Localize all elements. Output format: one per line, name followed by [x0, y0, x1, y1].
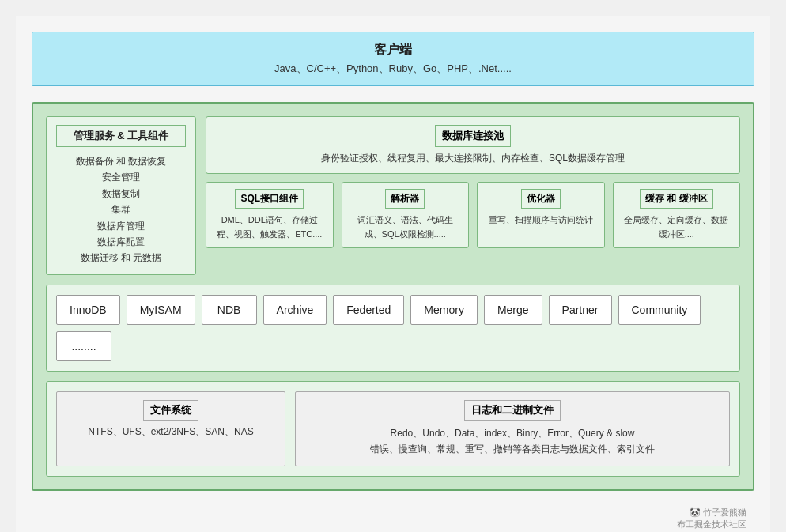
- logs-line1: Redo、Undo、Data、index、Binry、Error、Query &…: [307, 425, 718, 441]
- cache-title: 缓存 和 缓冲区: [640, 189, 713, 209]
- page-wrapper: 客户端 Java、C/C++、Python、Ruby、Go、PHP、.Net..…: [16, 16, 770, 532]
- filesystem-content: NTFS、UFS、ext2/3NFS、SAN、NAS: [68, 425, 274, 439]
- optimizer-title: 优化器: [521, 189, 561, 209]
- client-box: 客户端 Java、C/C++、Python、Ruby、Go、PHP、.Net..…: [32, 32, 754, 86]
- engine-memory: Memory: [410, 295, 478, 325]
- logs-title: 日志和二进制文件: [464, 400, 561, 421]
- watermark-line1: 🐼 竹子爱熊猫: [690, 507, 746, 517]
- filesystem-title: 文件系统: [143, 400, 198, 421]
- parser-content: 词汇语义、语法、代码生成、SQL权限检测.....: [350, 213, 461, 241]
- sql-interface-content: DML、DDL语句、存储过程、视图、触发器、ETC....: [214, 213, 325, 241]
- engine-partner: Partner: [549, 295, 612, 325]
- management-item: 集群: [56, 202, 186, 217]
- right-panel: 数据库连接池 身份验证授权、线程复用、最大连接限制、内存检查、SQL数据缓存管理…: [206, 116, 740, 275]
- management-item: 数据备份 和 数据恢复: [56, 153, 186, 169]
- bottom-section: 文件系统 NTFS、UFS、ext2/3NFS、SAN、NAS 日志和二进制文件…: [46, 381, 740, 477]
- sql-interface-box: SQL接口组件 DML、DDL语句、存储过程、视图、触发器、ETC....: [206, 182, 334, 248]
- management-item: 数据库管理: [56, 218, 186, 234]
- logs-line2: 错误、慢查询、常规、重写、撤销等各类日志与数据文件、索引文件: [307, 441, 718, 457]
- mysql-main-box: 管理服务 & 工具组件 数据备份 和 数据恢复 安全管理 数据复制 集群 数据库…: [32, 102, 754, 491]
- sql-interface-title: SQL接口组件: [235, 189, 304, 209]
- engine-archive: Archive: [263, 295, 327, 325]
- watermark: 🐼 竹子爱熊猫 布工掘金技术社区: [32, 507, 754, 530]
- management-item: 安全管理: [56, 169, 186, 185]
- engine-federted: Federted: [333, 295, 404, 325]
- connection-pool-title: 数据库连接池: [435, 125, 511, 147]
- logs-content: Redo、Undo、Data、index、Binry、Error、Query &…: [307, 425, 718, 458]
- engine-more: ........: [56, 331, 111, 361]
- client-subtitle: Java、C/C++、Python、Ruby、Go、PHP、.Net.....: [48, 62, 738, 76]
- top-section: 管理服务 & 工具组件 数据备份 和 数据恢复 安全管理 数据复制 集群 数据库…: [46, 116, 740, 275]
- watermark-line2: 布工掘金技术社区: [677, 519, 746, 529]
- parsers-row: SQL接口组件 DML、DDL语句、存储过程、视图、触发器、ETC.... 解析…: [206, 182, 740, 248]
- filesystem-box: 文件系统 NTFS、UFS、ext2/3NFS、SAN、NAS: [56, 391, 285, 466]
- cache-box: 缓存 和 缓冲区 全局缓存、定向缓存、数据缓冲区....: [613, 182, 741, 248]
- parser-box: 解析器 词汇语义、语法、代码生成、SQL权限检测.....: [342, 182, 470, 248]
- connection-pool-desc: 身份验证授权、线程复用、最大连接限制、内存检查、SQL数据缓存管理: [216, 152, 730, 165]
- engine-innodb: InnoDB: [56, 295, 120, 325]
- management-item: 数据库配置: [56, 234, 186, 250]
- management-panel: 管理服务 & 工具组件 数据备份 和 数据恢复 安全管理 数据复制 集群 数据库…: [46, 116, 196, 275]
- engine-community: Community: [618, 295, 701, 325]
- optimizer-box: 优化器 重写、扫描顺序与访问统计: [477, 182, 605, 248]
- management-items: 数据备份 和 数据恢复 安全管理 数据复制 集群 数据库管理 数据库配置 数据迁…: [56, 153, 186, 266]
- engine-ndb: NDB: [202, 295, 257, 325]
- parser-title: 解析器: [385, 189, 425, 209]
- connection-pool: 数据库连接池 身份验证授权、线程复用、最大连接限制、内存检查、SQL数据缓存管理: [206, 116, 740, 174]
- engines-section: InnoDB MyISAM NDB Archive Federted Memor…: [46, 285, 740, 372]
- management-item: 数据迁移 和 元数据: [56, 250, 186, 266]
- optimizer-content: 重写、扫描顺序与访问统计: [486, 213, 596, 228]
- client-title: 客户端: [48, 42, 738, 58]
- engine-merge: Merge: [484, 295, 542, 325]
- engine-myisam: MyISAM: [127, 295, 195, 325]
- logs-box: 日志和二进制文件 Redo、Undo、Data、index、Binry、Erro…: [295, 391, 730, 466]
- cache-content: 全局缓存、定向缓存、数据缓冲区....: [622, 213, 732, 241]
- management-item: 数据复制: [56, 186, 186, 202]
- management-title: 管理服务 & 工具组件: [56, 125, 186, 147]
